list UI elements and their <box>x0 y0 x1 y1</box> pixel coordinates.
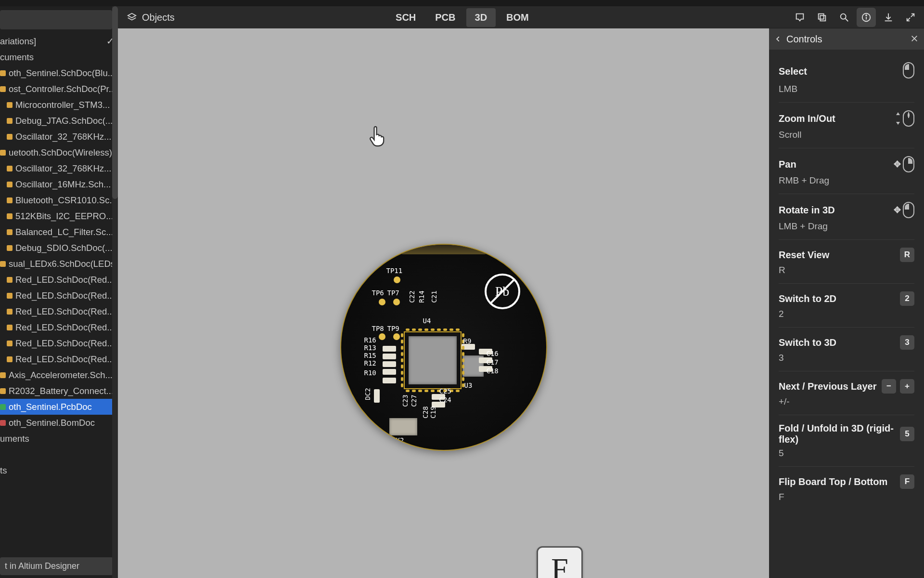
project-tree-item[interactable]: Red_LED.SchDoc(Red... <box>0 351 118 367</box>
project-tree-item[interactable]: Red_LED.SchDoc(Red... <box>0 319 118 335</box>
project-tree-item[interactable]: Red_LED.SchDoc(Red... <box>0 335 118 351</box>
copy-icon[interactable] <box>812 8 832 27</box>
silkscreen-ref: U4 <box>423 317 431 325</box>
file-type-icon <box>7 102 13 108</box>
project-tree-item[interactable]: Red_LED.SchDoc(Red... <box>0 272 118 288</box>
file-type-icon <box>7 213 13 219</box>
project-tree-item[interactable]: Bluetooth_CSR1010.Sc... <box>0 192 118 208</box>
info-icon[interactable] <box>857 8 876 27</box>
tree-item-label: Bluetooth_CSR1010.Sc... <box>15 195 117 206</box>
file-type-icon <box>0 372 6 378</box>
qfn-pad <box>401 340 403 343</box>
silkscreen-ref: C19 <box>429 406 436 418</box>
silkscreen-ref: DC2 <box>363 388 371 400</box>
control-glyph <box>895 110 914 127</box>
project-tree-item[interactable]: Oscillator_16MHz.Sch... <box>0 176 118 192</box>
view-tab-pcb[interactable]: PCB <box>426 8 464 27</box>
search-icon[interactable] <box>834 8 854 27</box>
tree-item-label: Axis_Accelerometer.Sch... <box>9 370 113 381</box>
smd <box>383 354 396 359</box>
key-hint-letter: F <box>551 552 568 578</box>
mouse-icon <box>903 62 914 79</box>
qfn-pad <box>401 371 403 375</box>
view-tab-sch[interactable]: SCH <box>387 8 424 27</box>
project-tree-item[interactable]: uments <box>0 431 118 447</box>
left-scrollbar[interactable] <box>112 6 118 578</box>
file-type-icon <box>7 245 13 251</box>
left-panel-footer: t in Altium Designer <box>0 554 118 578</box>
qfn-pad <box>401 358 403 362</box>
mouse-icon <box>903 110 914 127</box>
project-tree-item[interactable]: Debug_SDIO.SchDoc(... <box>0 240 118 256</box>
tree-item-label: Debug_JTAG.SchDoc(... <box>15 116 113 126</box>
3d-viewport[interactable]: Pb <box>118 28 769 578</box>
view-tab-3d[interactable]: 3D <box>466 8 496 27</box>
project-tree-item[interactable]: cuments <box>0 49 118 65</box>
tree-item-label: Red_LED.SchDoc(Red... <box>15 306 115 317</box>
silkscreen-ref: TP9 <box>387 325 399 332</box>
silkscreen-ref: TP11 <box>386 267 403 275</box>
qfn-pad <box>418 390 422 392</box>
project-tree-item[interactable]: oth_Sentinel.SchDoc(Blu... <box>0 65 118 81</box>
control-hint: Switch to 2D22 <box>779 284 914 328</box>
silkscreen-ref: R10 <box>364 369 376 377</box>
silkscreen-ref: U3 <box>464 381 473 389</box>
variations-row[interactable]: ariations] ✓ <box>0 33 118 49</box>
project-tree-item[interactable]: uetooth.SchDoc(Wireless) <box>0 144 118 160</box>
project-tree-item[interactable]: oth_Sentinel.BomDoc <box>0 415 118 431</box>
smd <box>383 369 396 375</box>
svg-rect-1 <box>820 15 825 21</box>
left-scrollbar-thumb[interactable] <box>112 6 118 199</box>
close-icon[interactable] <box>911 34 918 45</box>
qfn-pad <box>401 377 403 381</box>
project-tree-item[interactable]: Debug_JTAG.SchDoc(... <box>0 113 118 129</box>
controls-list[interactable]: SelectLMBZoom In/OutScrollPan✥RMB + Drag… <box>769 50 924 578</box>
keycap: 5 <box>900 427 914 441</box>
silkscreen-ref: TP6 <box>372 289 384 297</box>
project-tree-item[interactable]: Balanced_LC_Filter.Sc... <box>0 224 118 240</box>
project-tree-item[interactable]: Axis_Accelerometer.Sch... <box>0 367 118 383</box>
project-tree-item[interactable] <box>0 447 118 462</box>
tree-item-label: oth_Sentinel.SchDoc(Blu... <box>9 68 115 79</box>
expand-icon[interactable] <box>901 8 920 27</box>
objects-button[interactable]: Objects <box>127 12 175 23</box>
viewer-header: Objects SCHPCB3DBOM <box>118 6 769 28</box>
control-hint: SelectLMB <box>779 54 914 103</box>
testpoint <box>379 333 385 340</box>
open-in-altium-button[interactable]: t in Altium Designer <box>0 557 113 575</box>
tree-item-label: Debug_SDIO.SchDoc(... <box>15 243 113 253</box>
comment-icon[interactable] <box>790 8 809 27</box>
pcb-3d-model[interactable]: Pb <box>340 244 547 451</box>
tree-item-label: Balanced_LC_Filter.Sc... <box>15 227 114 237</box>
project-tree-item[interactable]: Red_LED.SchDoc(Red... <box>0 288 118 303</box>
qfn-pad <box>406 390 410 392</box>
right-toolbar <box>769 6 924 28</box>
project-tree-item[interactable]: sual_LEDx6.SchDoc(LEDs) <box>0 256 118 272</box>
qfn-pad <box>437 328 441 331</box>
file-type-icon <box>7 182 13 187</box>
project-tree-item[interactable]: R2032_Battery_Connect... <box>0 383 118 399</box>
smd <box>383 361 396 367</box>
silkscreen-ref: C22 <box>408 290 415 302</box>
project-tree-item[interactable]: ost_Controller.SchDoc(Pr... <box>0 81 118 97</box>
chevron-left-icon[interactable] <box>775 34 782 45</box>
view-tab-bom[interactable]: BOM <box>498 8 538 27</box>
project-tree-item[interactable]: oth_Sentinel.PcbDoc <box>0 399 118 415</box>
project-tree-item[interactable]: ts <box>0 462 118 478</box>
smd <box>374 389 380 403</box>
project-tree-item[interactable]: Oscillator_32_768KHz.... <box>0 129 118 144</box>
project-tree-item[interactable]: 512KBits_I2C_EEPRO... <box>0 208 118 224</box>
silkscreen-ref: C23 <box>401 394 409 407</box>
project-tree-item[interactable]: Red_LED.SchDoc(Red... <box>0 303 118 319</box>
mouse-icon <box>903 156 914 172</box>
svg-point-7 <box>866 14 867 15</box>
download-icon[interactable] <box>879 8 898 27</box>
project-tree-item[interactable]: Microcontroller_STM3... <box>0 97 118 113</box>
control-hint: Zoom In/OutScroll <box>779 103 914 148</box>
qfn-pad <box>449 328 453 331</box>
project-search-input[interactable] <box>0 10 112 29</box>
file-type-icon <box>0 404 6 410</box>
silkscreen-ref: X2 <box>396 436 404 444</box>
project-tree-item[interactable]: Oscillator_32_768KHz.... <box>0 160 118 176</box>
control-hint: Switch to 3D33 <box>779 328 914 371</box>
